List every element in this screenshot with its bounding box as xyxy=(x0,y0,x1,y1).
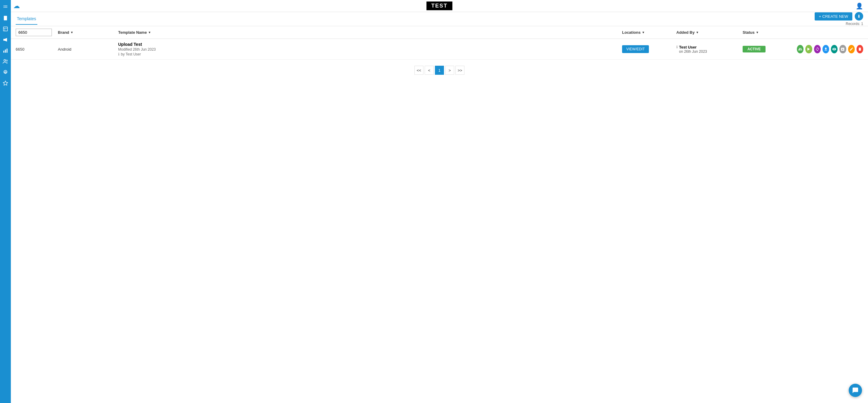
app-title: TEST xyxy=(427,1,453,10)
templates-icon[interactable] xyxy=(1,24,10,34)
row-status: ACTIVE xyxy=(743,46,797,53)
campaigns-icon[interactable] xyxy=(1,35,10,44)
row-added-by: ℹ Test User on 26th Jun 2023 xyxy=(676,45,743,54)
svg-point-3 xyxy=(4,7,4,8)
col-locations-label: Locations xyxy=(622,30,641,35)
svg-rect-16 xyxy=(7,49,7,53)
pagination: << < 1 > >> xyxy=(11,60,868,81)
topbar-left: ☁ xyxy=(13,2,20,10)
added-filter-icon[interactable]: ▼ xyxy=(696,31,699,34)
preview-icon[interactable] xyxy=(831,45,838,53)
col-header-template: Template Name ▼ xyxy=(118,30,622,35)
id-filter-input[interactable] xyxy=(16,29,52,36)
row-template-modified: Modified 26th Jun 2023 xyxy=(118,47,622,52)
pagination-prev[interactable]: < xyxy=(425,66,434,75)
svg-marker-13 xyxy=(3,38,7,41)
row-brand: Android xyxy=(58,47,118,52)
settings-icon[interactable] xyxy=(1,67,10,77)
svg-point-1 xyxy=(5,5,6,6)
document-icon[interactable] xyxy=(1,13,10,23)
admin-icon[interactable] xyxy=(1,79,10,88)
row-template-info: Upload Test Modified 26th Jun 2023 ℹ by … xyxy=(118,42,622,56)
brand-filter-icon[interactable]: ▼ xyxy=(70,31,73,34)
svg-rect-10 xyxy=(3,27,7,31)
records-count: Records: 1 xyxy=(846,22,863,26)
svg-point-4 xyxy=(5,7,6,8)
tabbar: Templates + CREATE NEW ⬇ Records: 1 xyxy=(11,12,868,26)
svg-rect-6 xyxy=(4,16,7,21)
chat-bubble[interactable] xyxy=(849,384,862,397)
added-by-name: Test User xyxy=(679,45,707,50)
delete-icon[interactable] xyxy=(857,45,863,53)
cloud-icon: ☁ xyxy=(13,2,20,10)
locations-filter-icon[interactable]: ▼ xyxy=(642,31,645,34)
row-template-name: Upload Test xyxy=(118,42,622,47)
archive-icon[interactable] xyxy=(839,45,846,53)
tabbar-actions: + CREATE NEW ⬇ Records: 1 xyxy=(815,12,863,26)
sync-icon[interactable] xyxy=(814,45,821,53)
svg-point-18 xyxy=(6,60,7,61)
users-icon[interactable] xyxy=(1,57,10,66)
row-template-by: ℹ by Test User xyxy=(118,52,622,56)
create-new-button[interactable]: + CREATE NEW xyxy=(815,12,852,21)
template-filter-icon[interactable]: ▼ xyxy=(148,31,151,34)
sidebar xyxy=(0,0,11,403)
pagination-first[interactable]: << xyxy=(414,66,424,75)
pagination-next[interactable]: > xyxy=(445,66,454,75)
col-header-id xyxy=(16,29,58,36)
status-filter-icon[interactable]: ▼ xyxy=(756,31,759,34)
download-action-icon[interactable] xyxy=(823,45,829,53)
topbar: ☁ TEST 👤 xyxy=(11,0,868,12)
col-status-label: Status xyxy=(743,30,755,35)
table-container: Brand ▼ Template Name ▼ Locations ▼ Adde… xyxy=(11,26,868,403)
added-by-date: on 26th Jun 2023 xyxy=(679,50,707,54)
svg-point-2 xyxy=(6,5,7,6)
svg-rect-15 xyxy=(5,50,6,53)
assign-icon[interactable] xyxy=(797,45,804,53)
main-content: ☁ TEST 👤 Templates + CREATE NEW ⬇ Record… xyxy=(11,0,868,403)
col-header-brand: Brand ▼ xyxy=(58,30,118,35)
info-circle-icon: ℹ xyxy=(118,52,120,56)
status-badge: ACTIVE xyxy=(743,46,766,53)
col-header-added-by: Added By ▼ xyxy=(676,30,743,35)
table-row: 6650 Android Upload Test Modified 26th J… xyxy=(11,39,868,60)
svg-point-19 xyxy=(5,72,6,73)
col-template-label: Template Name xyxy=(118,30,147,35)
action-icons xyxy=(797,45,863,53)
apps-icon[interactable] xyxy=(1,2,10,12)
user-avatar-icon[interactable]: 👤 xyxy=(856,2,863,10)
svg-point-17 xyxy=(4,59,6,61)
svg-point-0 xyxy=(4,5,4,6)
col-brand-label: Brand xyxy=(58,30,69,35)
col-added-label: Added By xyxy=(676,30,695,35)
reports-icon[interactable] xyxy=(1,46,10,56)
row-actions xyxy=(797,45,863,53)
row-locations: VIEW/EDIT xyxy=(622,45,676,53)
view-edit-button[interactable]: VIEW/EDIT xyxy=(622,45,649,53)
col-header-locations: Locations ▼ xyxy=(622,30,676,35)
col-header-status: Status ▼ xyxy=(743,30,797,35)
edit-icon[interactable] xyxy=(848,45,855,53)
play-icon[interactable] xyxy=(805,45,812,53)
table-header: Brand ▼ Template Name ▼ Locations ▼ Adde… xyxy=(11,26,868,39)
added-by-info-icon: ℹ xyxy=(676,45,678,49)
download-button[interactable]: ⬇ xyxy=(855,12,863,21)
pagination-last[interactable]: >> xyxy=(456,66,464,75)
svg-rect-14 xyxy=(3,51,4,53)
svg-point-5 xyxy=(6,7,7,8)
svg-marker-20 xyxy=(807,48,810,51)
id-filter-wrapper xyxy=(16,29,58,36)
pagination-current[interactable]: 1 xyxy=(435,66,444,75)
tab-templates[interactable]: Templates xyxy=(16,13,37,25)
topbar-right: 👤 xyxy=(856,2,863,10)
row-id: 6650 xyxy=(16,47,58,52)
